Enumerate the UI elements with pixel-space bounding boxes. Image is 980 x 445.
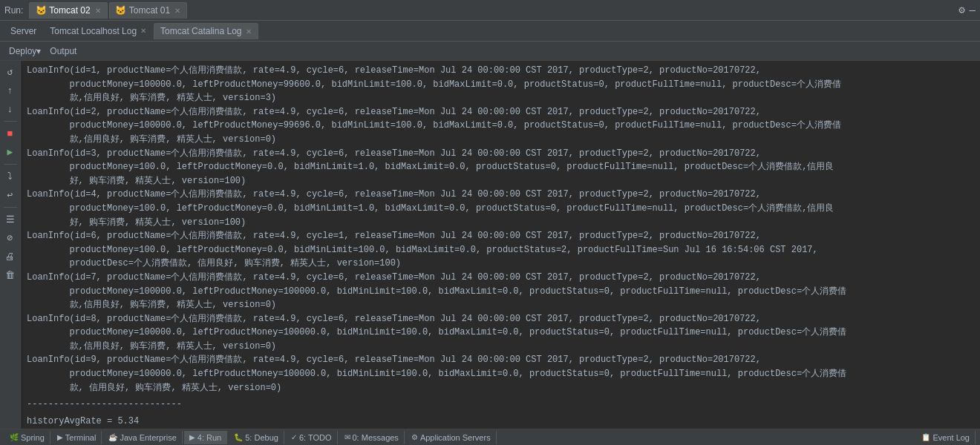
status-tab-debug-label: 5: Debug <box>245 433 278 442</box>
messages-icon: ✉ <box>344 433 350 441</box>
status-tab-java-enterprise-label: Java Enterprise <box>120 433 176 442</box>
deploy-bar: Deploy▾ Output <box>0 42 980 61</box>
run-label: Run: <box>4 5 23 16</box>
log-line: LoanInfo(id=7, productName=个人信用消费借款, rat… <box>27 271 974 312</box>
status-tab-spring[interactable]: 🌿 Spring <box>4 431 50 444</box>
status-tab-event-log[interactable]: 📋 Event Log <box>916 431 976 444</box>
server-tab-server-label: Server <box>10 26 36 36</box>
minimize-icon[interactable]: — <box>970 4 976 16</box>
server-tab-server[interactable]: Server <box>4 23 42 39</box>
tab-tomcat01-label: Tomcat 01 <box>129 5 170 16</box>
status-tab-terminal-label: Terminal <box>65 433 97 442</box>
resume-button[interactable]: ▶ <box>2 144 19 160</box>
run-actions: ⚙ — <box>958 4 976 16</box>
step-into-button[interactable]: ↩ <box>2 187 19 203</box>
status-tab-app-servers-label: Application Servers <box>420 433 491 442</box>
run-bar: Run: 🐱 Tomcat 02 ✕ 🐱 Tomcat 01 ✕ ⚙ — <box>0 0 980 21</box>
server-tab-localhost-close[interactable]: ✕ <box>140 27 146 35</box>
log-separator: ----------------------------- <box>27 398 974 412</box>
print-button[interactable]: 🖨 <box>2 248 19 265</box>
status-tab-event-log-label: Event Log <box>932 433 970 442</box>
restart-button[interactable]: ↺ <box>2 64 19 80</box>
server-tab-localhost-label: Tomcat Localhost Log <box>50 26 137 36</box>
server-tab-catalina-label: Tomcat Catalina Log <box>160 26 241 36</box>
tomcat01-icon: 🐱 <box>116 5 126 16</box>
debug-icon: 🐛 <box>234 433 243 441</box>
tab-tomcat01[interactable]: 🐱 Tomcat 01 ✕ <box>109 2 187 19</box>
status-tab-java-enterprise[interactable]: ☕ Java Enterprise <box>103 431 182 444</box>
server-tab-localhost[interactable]: Tomcat Localhost Log ✕ <box>44 23 152 39</box>
status-tab-spring-label: Spring <box>21 433 45 442</box>
tomcat02-icon: 🐱 <box>36 5 46 16</box>
status-tab-todo-label: 6: TODO <box>299 433 332 442</box>
app-servers-icon: ⚙ <box>411 433 418 441</box>
tab-tomcat02[interactable]: 🐱 Tomcat 02 ✕ <box>29 2 107 19</box>
status-tab-app-servers[interactable]: ⚙ Application Servers <box>406 431 497 444</box>
tab-tomcat02-label: Tomcat 02 <box>49 5 90 16</box>
tab-tomcat01-close[interactable]: ✕ <box>174 7 180 15</box>
log-line: LoanInfo(id=3, productName=个人信用消费借款, rat… <box>27 147 974 188</box>
status-tab-terminal[interactable]: ▶ Terminal <box>52 431 102 444</box>
log-line: LoanInfo(id=8, productName=个人信用消费借款, rat… <box>27 312 974 354</box>
event-log-icon: 📋 <box>921 433 930 441</box>
server-tab-catalina[interactable]: Tomcat Catalina Log ✕ <box>154 23 258 39</box>
todo-icon: ✓ <box>291 433 297 441</box>
log-stat: historyAvgRate = 5.34 <box>27 415 974 429</box>
status-tab-messages[interactable]: ✉ 0: Messages <box>339 431 405 444</box>
deploy-button[interactable]: Deploy▾ <box>6 46 44 56</box>
step-over-button[interactable]: ⤵ <box>2 168 19 185</box>
status-tab-run[interactable]: ▶ 4: Run <box>184 431 227 444</box>
server-tab-catalina-close[interactable]: ✕ <box>246 27 252 36</box>
log-line: LoanInfo(id=6, productName=个人信用消费借款, rat… <box>27 229 974 271</box>
output-label: Output <box>50 46 76 56</box>
settings-icon[interactable]: ⚙ <box>958 4 964 16</box>
scroll-down-button[interactable]: ↓ <box>2 101 19 117</box>
delete-button[interactable]: 🗑 <box>2 267 19 283</box>
run-icon: ▶ <box>189 433 195 441</box>
server-bar: Server Tomcat Localhost Log ✕ Tomcat Cat… <box>0 21 980 42</box>
java-enterprise-icon: ☕ <box>108 433 117 441</box>
clear-button[interactable]: ⊘ <box>2 230 19 246</box>
log-output[interactable]: LoanInfo(id=1, productName=个人信用消费借款, rat… <box>21 61 980 429</box>
status-tab-messages-label: 0: Messages <box>353 433 399 442</box>
format-button[interactable]: ☰ <box>2 211 19 228</box>
spring-icon: 🌿 <box>10 433 19 441</box>
status-tab-todo[interactable]: ✓ 6: TODO <box>286 431 338 444</box>
status-bar: 🌿 Spring ▶ Terminal ☕ Java Enterprise ▶ … <box>0 429 980 445</box>
toolbar-divider-2 <box>4 164 17 165</box>
stop-button[interactable]: ■ <box>2 125 19 142</box>
log-line: LoanInfo(id=2, productName=个人信用消费借款, rat… <box>27 105 974 147</box>
status-tab-debug[interactable]: 🐛 5: Debug <box>229 431 284 444</box>
toolbar-divider-3 <box>4 207 17 208</box>
log-line: LoanInfo(id=9, productName=个人信用消费借款, rat… <box>27 353 974 395</box>
tab-tomcat02-close[interactable]: ✕ <box>95 7 101 15</box>
log-line: LoanInfo(id=4, productName=个人信用消费借款, rat… <box>27 188 974 229</box>
log-line: LoanInfo(id=1, productName=个人信用消费借款, rat… <box>27 64 974 105</box>
toolbar-divider-1 <box>4 121 17 122</box>
status-tab-run-label: 4: Run <box>197 433 221 442</box>
terminal-icon: ▶ <box>57 433 63 441</box>
scroll-up-button[interactable]: ↑ <box>2 82 19 99</box>
left-toolbar: ↺ ↑ ↓ ■ ▶ ⤵ ↩ ☰ ⊘ 🖨 🗑 <box>0 61 21 429</box>
main-area: ↺ ↑ ↓ ■ ▶ ⤵ ↩ ☰ ⊘ 🖨 🗑 LoanInfo(id=1, pro… <box>0 61 980 429</box>
